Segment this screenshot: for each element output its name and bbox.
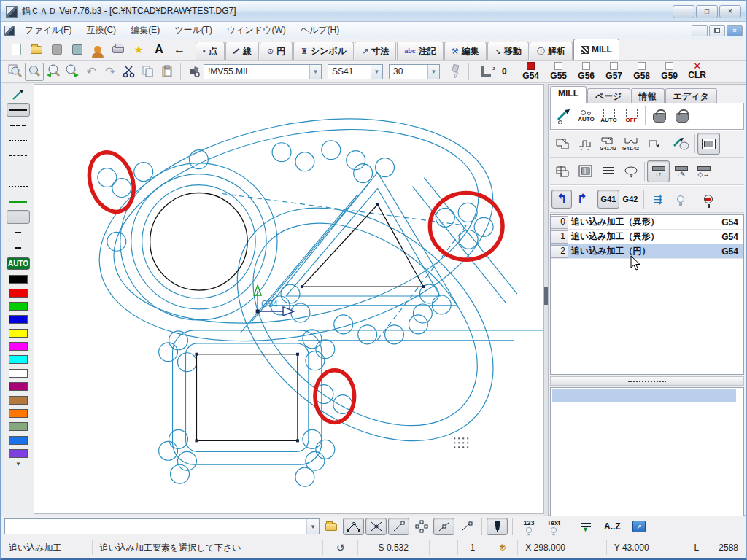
favorite-button[interactable]: ★ [130, 42, 147, 58]
color-swatch-green[interactable] [9, 302, 28, 311]
scanline-pocket-button[interactable] [597, 160, 619, 182]
color-swatch-magenta[interactable] [9, 342, 28, 351]
linestyle-solid-button[interactable] [7, 103, 30, 117]
dimension-value-toggle[interactable]: 123 [516, 519, 541, 534]
text-tool-button[interactable]: A [150, 42, 168, 58]
print-button[interactable] [109, 42, 127, 58]
plunge-updown-button[interactable]: ↓↑ [647, 160, 670, 182]
layer-order-button[interactable]: ▼ [575, 518, 596, 535]
mdi-close-button[interactable]: × [727, 25, 743, 36]
color-swatch-orange[interactable] [9, 409, 28, 418]
color-swatch-skyblue[interactable] [9, 436, 28, 445]
grid-toggle[interactable] [430, 540, 459, 555]
hint-button[interactable] [669, 188, 692, 210]
linestyle-dotted-button[interactable] [7, 133, 30, 147]
chevron-down-icon[interactable]: ▼ [427, 65, 439, 79]
minimize-button[interactable]: – [673, 5, 694, 18]
g58-button[interactable]: G58 [628, 62, 656, 81]
leader-arrow-button[interactable]: ← [171, 42, 188, 58]
color-swatch-blue[interactable] [9, 315, 28, 324]
open-file-button[interactable] [28, 42, 45, 58]
color-swatch-red[interactable] [9, 289, 28, 298]
stop-sign-button[interactable] [697, 188, 719, 210]
contour-machining-button[interactable] [551, 133, 574, 155]
row-index[interactable]: 1 [551, 230, 568, 244]
color-swatch-yellow[interactable] [9, 329, 28, 338]
tab-dimension[interactable]: ↗寸法 [355, 42, 396, 60]
zoom-extents-button[interactable] [25, 63, 44, 81]
redo-button[interactable]: ↷ [101, 63, 120, 81]
direction-cw-button[interactable]: ↱ [572, 190, 592, 209]
menu-convert[interactable]: 互換(C) [79, 22, 123, 39]
material-combo[interactable]: SS41▼ [328, 64, 383, 79]
save-button[interactable] [48, 42, 66, 58]
tab-line[interactable]: 線 [225, 42, 259, 60]
output-flow-button[interactable]: ⇶ [646, 188, 669, 210]
g57-button[interactable]: G57 [600, 62, 628, 81]
drawing-canvas[interactable]: G54 [34, 84, 544, 514]
drill-button[interactable] [446, 63, 465, 81]
menu-edit[interactable]: 編集(E) [123, 22, 167, 39]
tab-symbol[interactable]: ♜シンボル [293, 42, 354, 60]
snap-free-button[interactable] [411, 518, 432, 535]
tool-change-button[interactable] [185, 63, 204, 81]
new-file-button[interactable] [7, 42, 25, 58]
linewidth-2-button[interactable] [7, 225, 30, 239]
save-as-button[interactable] [69, 42, 86, 58]
z-depth-button[interactable]: -z [473, 63, 502, 81]
pot-a-button[interactable] [648, 105, 670, 127]
g41-button[interactable]: G41 [597, 190, 619, 209]
plunge-pen-button[interactable]: ↓✎ [670, 160, 692, 182]
linestyle-green-button[interactable] [7, 195, 30, 209]
redraw-button[interactable]: ↺ [323, 540, 358, 555]
g59-button[interactable]: G59 [656, 62, 684, 81]
menu-tools[interactable]: ツール(T) [167, 22, 220, 39]
snap-point-button[interactable] [456, 518, 477, 535]
panel-splitter[interactable] [550, 376, 744, 386]
linestyle-dash-small-button[interactable] [7, 149, 30, 163]
menu-file[interactable]: ファイル(F) [18, 22, 79, 39]
external-window-button[interactable]: ↗ [629, 518, 650, 535]
comp-shape-a-button[interactable]: G41.42 [597, 133, 619, 155]
boxed-shape-button[interactable] [574, 160, 597, 182]
snap-midpoint-button[interactable] [433, 518, 454, 535]
auto-region-button[interactable]: AUTO [597, 105, 620, 127]
tab-mill[interactable]: MILL [573, 39, 619, 60]
color-swatch-cyan[interactable] [9, 355, 28, 364]
linestyle-dashdot-button[interactable] [7, 164, 30, 178]
copy-button[interactable] [139, 63, 158, 81]
mdi-minimize-button[interactable]: – [692, 25, 708, 36]
panel-tab-page[interactable]: ページ [587, 88, 630, 103]
machining-row-0[interactable]: 0 追い込み加工（異形） G54 [551, 215, 743, 230]
restore-button[interactable]: □ [696, 5, 718, 18]
close-button[interactable]: × [719, 5, 741, 18]
snap-intersection-button[interactable] [365, 518, 387, 535]
tab-edit[interactable]: ⚒編集 [444, 42, 487, 60]
auto-circles-button[interactable]: AUTO [575, 105, 597, 127]
snap-vertex-button[interactable] [343, 518, 364, 535]
command-combo[interactable]: ▼ [4, 518, 320, 534]
zoom-out-button[interactable] [44, 63, 63, 81]
g54-button[interactable]: G54 [517, 62, 545, 81]
auto-style-button[interactable]: AUTO [7, 257, 30, 270]
off-region-button[interactable]: OFF [620, 105, 643, 127]
spiral-button[interactable] [619, 160, 642, 182]
color-swatch-purple[interactable] [9, 449, 28, 458]
pocket-nested-button[interactable] [697, 133, 720, 155]
sort-az-button[interactable]: A..Z [604, 521, 621, 532]
user-edit-button[interactable] [89, 42, 107, 58]
tab-point[interactable]: ▪点 [196, 42, 225, 60]
zoom-in-button[interactable] [63, 63, 82, 81]
color-swatch-white[interactable] [9, 369, 28, 378]
detail-list[interactable] [550, 387, 744, 517]
clear-offsets-button[interactable]: ✕CLR [684, 63, 711, 80]
palette-more-arrow-icon[interactable]: ▼ [15, 461, 21, 467]
row-index[interactable]: 0 [551, 216, 568, 229]
title-bar[interactable]: 鍋ＣＡＤ Ver7.76.b3 - [C:¥NTCAD¥DRAW¥TEST.DG… [1, 1, 746, 22]
paste-button[interactable] [158, 63, 177, 81]
cut-button[interactable] [120, 63, 139, 81]
linewidth-1-button[interactable] [7, 210, 30, 224]
open-command-button[interactable] [320, 518, 341, 535]
mill-file-combo[interactable]: !MV55.MIL▼ [204, 64, 322, 79]
zigzag-path-button[interactable] [574, 133, 597, 155]
